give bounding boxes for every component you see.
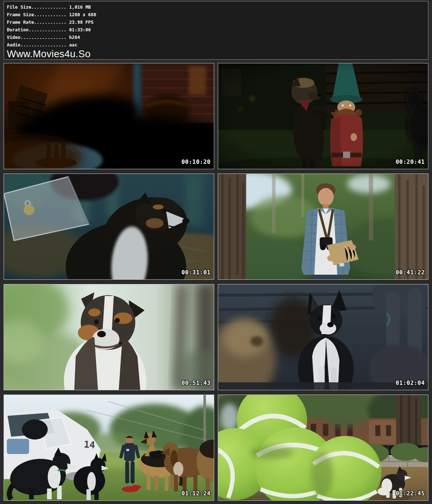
dot-leader: ................. — [21, 35, 67, 40]
info-label: Audio — [7, 42, 21, 48]
scene-birdwatcher-illustration — [218, 174, 428, 279]
info-row-audio: Audio.................aac — [7, 41, 425, 49]
timestamp-overlay: 01:12:24 — [181, 490, 211, 497]
info-label: Duration — [7, 27, 28, 32]
info-value: 1280 x 688 — [67, 12, 96, 17]
info-label: Video — [7, 35, 21, 40]
scene-boston-terrier-illustration — [218, 284, 428, 390]
pine-trunk-right — [395, 174, 428, 279]
scene-tennis-balls-illustration — [218, 395, 428, 500]
timestamp-overlay: 00:31:01 — [181, 269, 211, 276]
info-value: h264 — [67, 35, 80, 40]
dot-leader: .............. — [28, 27, 66, 32]
scene-k9-van-illustration: 14 — [4, 395, 214, 500]
screenshot-thumb-1: 00:10:20 — [4, 63, 214, 169]
screenshot-thumb-3: 00:31:01 — [4, 174, 214, 280]
dot-leader: ............. — [31, 4, 67, 10]
screenshot-thumb-2: 00:20:41 — [218, 63, 428, 169]
info-row-video: Video.................h264 — [7, 33, 425, 41]
scene-smiling-dog-illustration — [4, 284, 214, 390]
dot-leader: ............ — [34, 19, 66, 25]
scene-gnome-illustration — [218, 63, 428, 169]
pine-trunk-left — [218, 174, 246, 279]
screenshot-grid: 00:10:20 — [4, 63, 428, 501]
info-value: 01:33:06 — [67, 27, 91, 32]
info-row-frame-rate: Frame Rate............23.98 FPS — [7, 18, 425, 26]
info-row-file-size: File Size.............1,016 MB — [7, 3, 425, 11]
scene-dark-alley-illustration — [4, 63, 214, 169]
timestamp-overlay: 00:41:22 — [396, 269, 425, 276]
screenshot-thumb-6: 01:02:04 — [218, 284, 428, 390]
timestamp-overlay: 00:10:20 — [181, 158, 211, 165]
scene-cone-dog-illustration — [4, 174, 214, 279]
screenshot-thumb-4: 00:41:22 — [218, 174, 428, 280]
screenshot-thumb-5: 00:51:43 — [4, 284, 214, 390]
info-row-frame-size: Frame Size............1280 x 688 — [7, 11, 425, 18]
timestamp-overlay: 00:51:43 — [181, 379, 211, 386]
screenshot-thumb-7: 14 — [4, 395, 214, 501]
timestamp-overlay: 01:22:45 — [396, 490, 425, 497]
screenshot-thumb-8: 01:22:45 — [218, 395, 428, 501]
info-label: File Size — [7, 4, 31, 10]
info-row-duration: Duration..............01:33:06 — [7, 26, 425, 33]
info-label: Frame Rate — [7, 19, 34, 25]
media-info-panel: File Size.............1,016 MB Frame Siz… — [4, 1, 428, 60]
van-number: 14 — [84, 439, 95, 450]
site-watermark: Www.Movies4u.So — [7, 49, 425, 59]
dot-leader: ................. — [21, 42, 67, 48]
info-value: 1,016 MB — [67, 4, 91, 10]
timestamp-overlay: 00:20:41 — [396, 158, 425, 165]
dot-leader: ............ — [34, 12, 66, 17]
info-value: aac — [67, 42, 77, 48]
timestamp-overlay: 01:02:04 — [396, 379, 425, 386]
info-value: 23.98 FPS — [67, 19, 94, 25]
info-label: Frame Size — [7, 12, 34, 17]
